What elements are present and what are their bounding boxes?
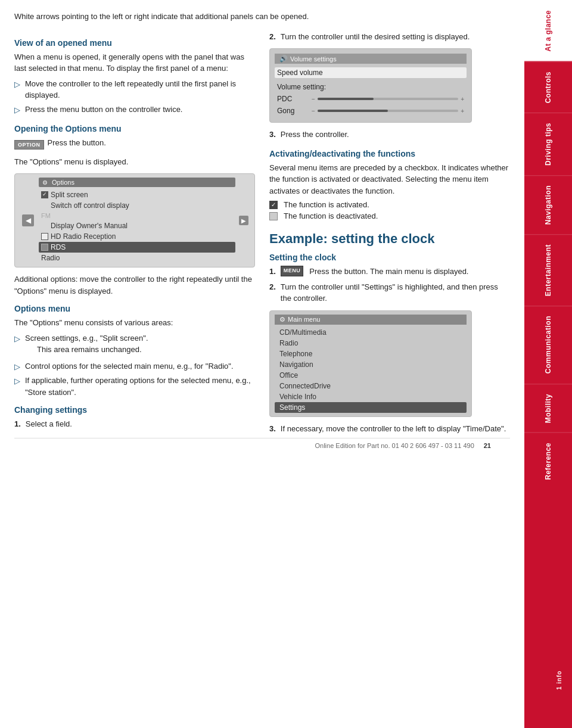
step3-label: 3. — [269, 129, 276, 141]
sidebar-label-3: Navigation — [544, 185, 552, 225]
section4-heading: Changing settings — [14, 405, 255, 415]
sidebar-item-at-a-glance[interactable]: At a glance — [524, 0, 572, 61]
volume-screen: 🔊 Volume settings Speed volume Volume se… — [269, 48, 472, 123]
bullet-arrow-1: ▷ — [14, 79, 20, 91]
main-content: White arrows pointing to the left or rig… — [0, 0, 524, 728]
options-bullet-1: ▷ Screen settings, e.g., "Split screen".… — [14, 332, 255, 358]
mm-row-1: Radio — [275, 338, 467, 349]
intro-text: White arrows pointing to the left or rig… — [14, 11, 510, 23]
options-row-5: HD Radio Reception — [39, 231, 235, 242]
volume-row-3: PDC − + — [275, 94, 467, 104]
sidebar-item-reference[interactable]: Reference — [524, 433, 572, 490]
sidebar-item-entertainment[interactable]: Entertainment — [524, 234, 572, 306]
check-empty-icon — [269, 212, 278, 220]
volume-row-4: Gong − + — [275, 105, 467, 116]
step2-text: Turn the controller until the desired se… — [281, 31, 470, 43]
pdc-track — [318, 98, 458, 100]
main-menu-icon: ⚙ — [279, 316, 285, 323]
sidebar-item-controls[interactable]: Controls — [524, 61, 572, 113]
page-wrapper: White arrows pointing to the left or rig… — [0, 0, 572, 728]
footer-text: Online Edition for Part no. 01 40 2 606 … — [315, 442, 474, 449]
option-button-img: OPTION — [14, 140, 44, 150]
volume-row-1: Speed volume — [275, 67, 467, 78]
mm-row-6: Vehicle Info — [275, 391, 467, 402]
options-row-7: Radio — [39, 253, 235, 263]
options-row-2: Switch off control display — [39, 200, 235, 211]
mm-row-7: Settings — [275, 402, 467, 413]
check-filled-row: ✓ The function is activated. — [269, 200, 510, 209]
check-filled-icon: ✓ — [269, 201, 278, 209]
clock-step3-item: 3. If necessary, move the controller to … — [269, 423, 510, 435]
example-heading: Example: setting the clock — [269, 231, 510, 247]
options-screen-title: ⚙ Options — [39, 178, 235, 187]
options-row-3: FM — [39, 211, 235, 220]
options-bullet-2: ▷ Control options for the selected main … — [14, 360, 255, 373]
check-empty-row: The function is deactivated. — [269, 211, 510, 220]
page-footer: Online Edition for Part no. 01 40 2 606 … — [14, 438, 510, 452]
check-icon-1 — [41, 191, 48, 198]
sidebar-label-6: Mobility — [544, 394, 552, 423]
mm-row-0: CD/Multimedia — [275, 327, 467, 338]
check-filled-label: The function is activated. — [284, 200, 369, 209]
mm-row-4: Office — [275, 370, 467, 381]
mm-row-5: ConnectedDrive — [275, 381, 467, 391]
step1-label: 1. — [14, 418, 21, 430]
clock-step1-text: Press the button. The main menu is displ… — [309, 266, 468, 278]
options-row-1: Split screen — [39, 189, 235, 200]
volume-icon: 🔊 — [279, 55, 288, 63]
options-bullet-3: ▷ If applicable, further operating optio… — [14, 375, 255, 398]
volume-row-2: Volume setting: — [275, 82, 467, 92]
sidebar-label-0: At a glance — [544, 10, 552, 52]
info-badge: 1 info — [546, 633, 572, 728]
additional-options-text: Additional options: move the controller … — [14, 273, 255, 297]
clock-step2-item: 2. Turn the controller until "Settings" … — [269, 281, 510, 304]
section3-heading: Options menu — [14, 304, 255, 313]
press-button-text: Press the button. — [48, 137, 106, 149]
setting-clock-heading: Setting the clock — [269, 253, 510, 262]
page-number: 21 — [484, 442, 491, 449]
step1-item: 1. Select a field. — [14, 418, 255, 430]
activating-body: Several menu items are preceded by a che… — [269, 162, 510, 197]
step3-item: 3. Press the controller. — [269, 129, 510, 141]
uncheck-icon-2 — [41, 244, 48, 251]
sidebar-label-7: Reference — [544, 443, 552, 480]
volume-title: 🔊 Volume settings — [275, 54, 467, 64]
bullet-text-1: Move the controller to the left repeated… — [25, 78, 255, 101]
options-menu-screen: ◀ ⚙ Options Split screen — [14, 173, 255, 267]
sidebar-item-mobility[interactable]: Mobility — [524, 384, 572, 433]
sidebar-label-5: Communication — [544, 316, 552, 374]
clock-step3-text: If necessary, move the controller to the… — [281, 423, 506, 435]
bullet-item-2: ▷ Press the menu button on the controlle… — [14, 104, 255, 116]
sidebar-item-communication[interactable]: Communication — [524, 306, 572, 383]
step2-item: 2. Turn the controller until the desired… — [269, 31, 510, 43]
activating-heading: Activating/deactivating the functions — [269, 149, 510, 158]
bullet-text-2: Press the menu button on the controller … — [25, 104, 182, 116]
bullet-arrow-5: ▷ — [14, 375, 20, 387]
step2-label: 2. — [269, 31, 276, 43]
options-bullet-3-text: If applicable, further operating options… — [25, 375, 255, 398]
mm-row-3: Navigation — [275, 359, 467, 370]
mm-row-2: Telephone — [275, 349, 467, 359]
sidebar-item-driving-tips[interactable]: Driving tips — [524, 113, 572, 175]
sidebar-label-1: Controls — [544, 71, 552, 103]
section1-heading: View of an opened menu — [14, 38, 255, 48]
options-displayed-text: The "Options" menu is displayed. — [14, 156, 255, 168]
check-empty-label: The function is deactivated. — [284, 211, 378, 220]
sidebar-label-4: Entertainment — [544, 244, 552, 296]
options-row-4: Display Owner's Manual — [39, 220, 235, 231]
main-menu-title: ⚙ Main menu — [275, 315, 467, 325]
section1-body: When a menu is opened, it generally open… — [14, 51, 255, 74]
gong-volume-bar: − + — [312, 108, 464, 114]
right-column: 2. Turn the controller until the desired… — [269, 31, 510, 438]
bullet-arrow-2: ▷ — [14, 104, 20, 116]
bullet-arrow-3: ▷ — [14, 333, 20, 345]
sidebar-label-2: Driving tips — [544, 123, 552, 166]
step1-text: Select a field. — [26, 418, 72, 430]
menu-button-img: MENU — [281, 266, 304, 276]
clock-step2-label: 2. — [269, 281, 276, 293]
sidebar-item-navigation[interactable]: Navigation — [524, 175, 572, 234]
step3-text: Press the controller. — [281, 129, 349, 141]
options-bullet-2-text: Control options for the selected main me… — [25, 360, 234, 372]
clock-step2-text: Turn the controller until "Settings" is … — [281, 281, 510, 304]
bullet-item-1: ▷ Move the controller to the left repeat… — [14, 78, 255, 101]
